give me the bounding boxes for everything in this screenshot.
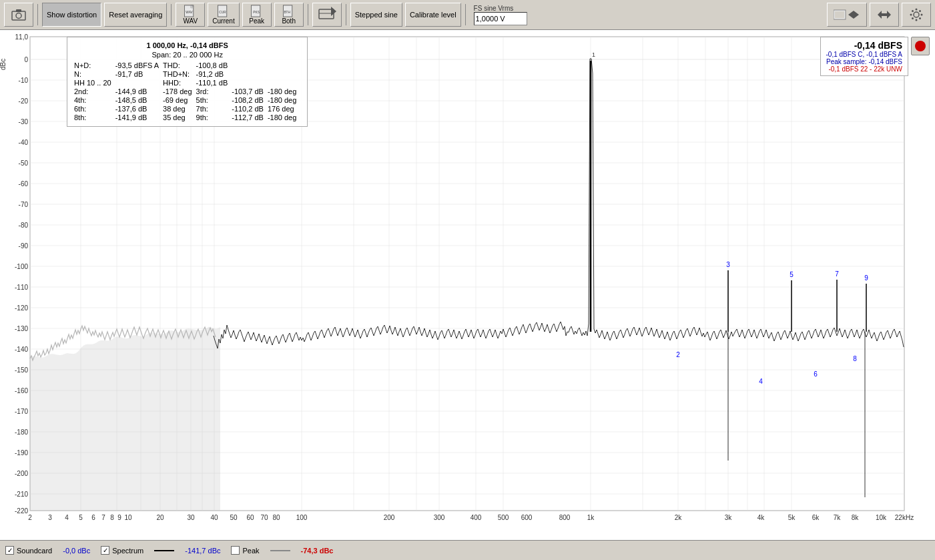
- svg-point-21: [916, 9, 918, 11]
- settings-button[interactable]: [902, 3, 931, 27]
- svg-text:-170: -170: [15, 408, 28, 415]
- svg-text:PKS: PKS: [253, 11, 260, 14]
- spectrum-item: ✓ Spectrum: [101, 546, 143, 555]
- svg-text:-50: -50: [19, 160, 29, 167]
- h5-db: -108,2 dB: [232, 96, 268, 105]
- svg-text:7: 7: [835, 270, 839, 278]
- record-button[interactable]: [911, 37, 930, 55]
- svg-text:4: 4: [759, 378, 763, 385]
- svg-point-1: [16, 13, 21, 19]
- stepped-sine-label: Stepped sine: [355, 11, 398, 19]
- svg-text:300: 300: [434, 514, 445, 521]
- calibrate-level-button[interactable]: Calibrate level: [405, 3, 461, 27]
- svg-text:8: 8: [110, 514, 114, 521]
- current-label: Current: [212, 17, 234, 25]
- show-distortion-button[interactable]: Show distortion: [42, 3, 101, 27]
- record-dot: [915, 41, 926, 51]
- svg-text:1k: 1k: [587, 514, 595, 521]
- info-title: 1 000,00 Hz, -0,14 dBFS: [74, 41, 300, 49]
- svg-text:1: 1: [592, 51, 595, 58]
- svg-point-28: [919, 10, 921, 12]
- h8-deg: 35 deg: [163, 113, 196, 122]
- h4-deg: -69 deg: [163, 96, 196, 105]
- n-label: N:: [74, 70, 115, 79]
- svg-text:-80: -80: [19, 222, 29, 229]
- peak-button[interactable]: PKS Peak: [242, 3, 272, 27]
- peak-label: Peak: [242, 547, 259, 555]
- svg-text:7k: 7k: [834, 514, 842, 521]
- svg-text:-150: -150: [15, 366, 28, 374]
- svg-text:4k: 4k: [757, 514, 765, 521]
- wav-button[interactable]: WAV WAV: [176, 3, 205, 27]
- peak-item: Peak: [231, 546, 259, 555]
- h2-db: -144,9 dB: [115, 87, 163, 96]
- hhd-value: -110,1 dB: [196, 79, 232, 87]
- hh-label: HH 10 .. 20: [74, 79, 115, 87]
- camera-button[interactable]: [4, 3, 33, 27]
- h6-label: 6th:: [74, 105, 115, 113]
- svg-text:-130: -130: [15, 325, 28, 332]
- h9-label: 9th:: [196, 113, 232, 122]
- svg-text:8k: 8k: [852, 514, 860, 521]
- h6-deg: 38 deg: [163, 105, 196, 113]
- spectrum-checkbox[interactable]: ✓: [101, 546, 109, 555]
- svg-text:60: 60: [246, 514, 254, 521]
- separator3: [308, 4, 308, 25]
- svg-text:20: 20: [156, 514, 164, 521]
- svg-text:7: 7: [101, 514, 105, 521]
- svg-text:WAV: WAV: [186, 11, 194, 14]
- fs-sine-label: FS sine Vrms: [474, 5, 514, 12]
- current-button[interactable]: CUR Current: [208, 3, 239, 27]
- svg-text:70: 70: [260, 514, 268, 521]
- svg-text:-180: -180: [15, 429, 28, 436]
- peak-value: -74,3 dBc: [301, 547, 334, 555]
- svg-text:-70: -70: [19, 201, 29, 208]
- h7-deg: 176 deg: [268, 105, 300, 113]
- h7-label: 7th:: [196, 105, 232, 113]
- svg-text:22kHz: 22kHz: [895, 514, 914, 521]
- svg-text:3: 3: [48, 514, 52, 521]
- expand-button[interactable]: [870, 3, 899, 27]
- svg-text:-210: -210: [15, 491, 28, 498]
- soundcard-value: -0,0 dBc: [63, 547, 90, 555]
- svg-text:-200: -200: [15, 470, 28, 477]
- svg-text:-40: -40: [19, 139, 29, 146]
- svg-point-25: [912, 10, 914, 12]
- h6-db: -137,6 dB: [115, 105, 163, 113]
- info-table: N+D: -93,5 dBFS A THD: -100,8 dB N: -91,…: [74, 61, 300, 122]
- svg-text:11,0: 11,0: [15, 33, 29, 41]
- info-box: 1 000,00 Hz, -0,14 dBFS Span: 20 .. 20 0…: [67, 37, 308, 127]
- both-button[interactable]: BTH Both: [274, 3, 304, 27]
- reset-averaging-button[interactable]: Reset averaging: [104, 3, 167, 27]
- nd-label: N+D:: [74, 61, 115, 70]
- peak-line2: Peak sample: -0,14 dBFS: [826, 58, 903, 65]
- peak-main-value: -0,14 dBFS: [826, 40, 903, 51]
- h3-deg: -180 deg: [268, 87, 300, 96]
- h8-db: -141,9 dB: [115, 113, 163, 122]
- loop-button[interactable]: [312, 3, 342, 27]
- h5-label: 5th:: [196, 96, 232, 105]
- svg-text:10k: 10k: [876, 514, 887, 521]
- svg-text:30: 30: [187, 514, 195, 521]
- svg-text:3: 3: [726, 261, 730, 268]
- svg-text:-10: -10: [19, 77, 29, 84]
- stepped-sine-button[interactable]: Stepped sine: [350, 3, 402, 27]
- calibrate-level-label: Calibrate level: [410, 11, 456, 19]
- svg-point-27: [912, 17, 914, 19]
- h3-db: -103,7 dB: [232, 87, 268, 96]
- svg-point-24: [921, 14, 923, 16]
- both-label: Both: [282, 17, 296, 25]
- h2-deg: -178 deg: [163, 87, 196, 96]
- svg-text:50: 50: [230, 514, 238, 521]
- peak-checkbox[interactable]: [231, 546, 240, 555]
- zoom-nav-button[interactable]: [827, 3, 867, 27]
- svg-text:dBc: dBc: [0, 59, 7, 70]
- main-area: 11,0 0 -10 -20 -30 -40 -50 -60 -70 -80 -…: [0, 30, 935, 560]
- fs-value-row: [474, 12, 527, 25]
- svg-text:8: 8: [853, 355, 857, 362]
- soundcard-checkbox[interactable]: ✓: [5, 546, 14, 555]
- fs-value-input[interactable]: [474, 12, 527, 25]
- chart-container[interactable]: 11,0 0 -10 -20 -30 -40 -50 -60 -70 -80 -…: [0, 30, 935, 560]
- thdn-label: THD+N:: [163, 70, 196, 79]
- hhd-label: HHD:: [163, 79, 196, 87]
